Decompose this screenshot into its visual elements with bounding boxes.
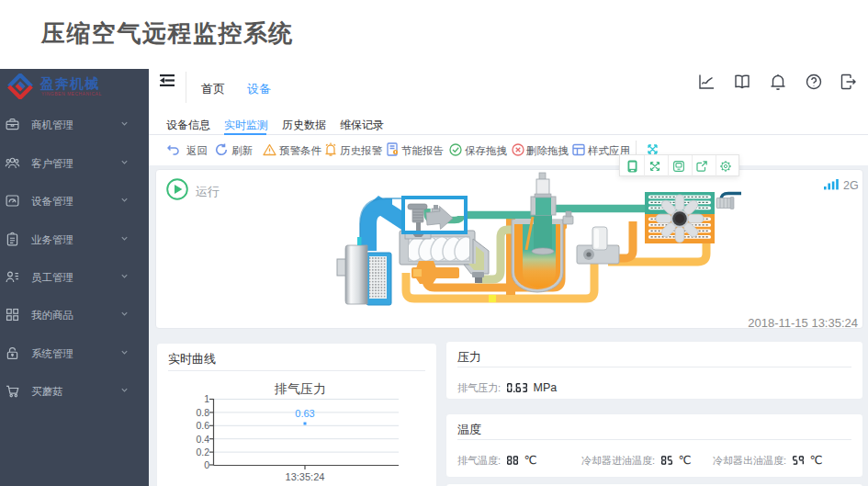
svg-text:0: 0 — [204, 459, 209, 470]
svg-text:0.4: 0.4 — [196, 434, 209, 445]
svg-text:排气压力: 排气压力 — [274, 381, 326, 396]
svg-text:0.63: 0.63 — [295, 408, 314, 419]
svg-text:1: 1 — [204, 393, 209, 404]
svg-text:13:35:24: 13:35:24 — [286, 471, 325, 482]
svg-text:0.8: 0.8 — [196, 407, 209, 418]
svg-text:0.6: 0.6 — [196, 420, 209, 431]
svg-text:0.2: 0.2 — [196, 446, 209, 458]
